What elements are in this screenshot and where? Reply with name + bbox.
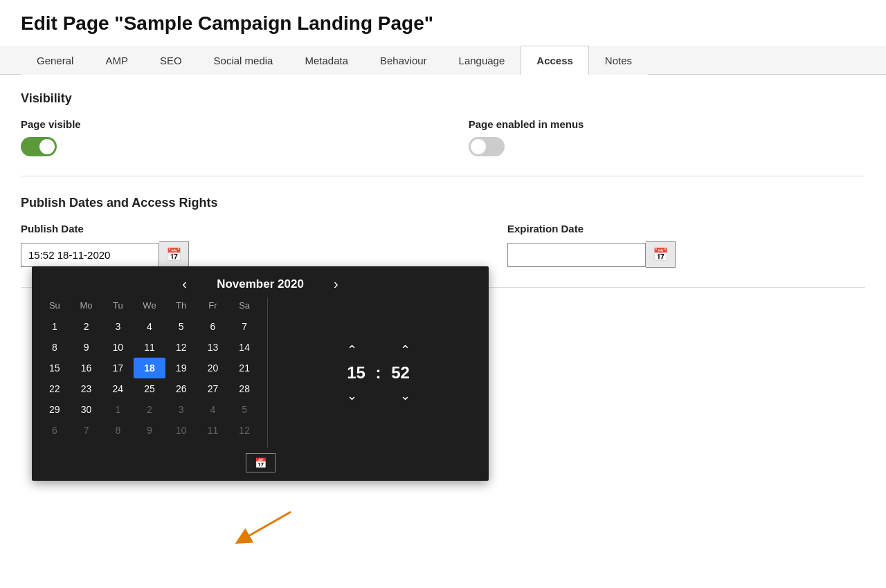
calendar-dow-row: SuMoTuWeThFrSa — [39, 297, 260, 316]
calendar-day[interactable]: 3 — [102, 316, 134, 324]
calendar-day[interactable]: 5 — [165, 316, 197, 324]
calendar-dates: SuMoTuWeThFrSa 1234567891011121314151617… — [32, 297, 267, 324]
page-visible-label: Page visible — [21, 118, 81, 130]
calendar-day[interactable]: 1 — [39, 316, 71, 324]
calendar-dow: Su — [39, 297, 71, 313]
calendar-day[interactable]: 2 — [71, 316, 102, 324]
next-month-button[interactable]: › — [328, 276, 344, 292]
page-enabled-label: Page enabled in menus — [469, 118, 584, 130]
prev-month-button[interactable]: ‹ — [177, 276, 192, 292]
tab-notes[interactable]: Notes — [589, 46, 648, 75]
calendar-dow: Fr — [197, 297, 229, 313]
publish-date-input-wrap: 📅 — [21, 241, 189, 268]
expiration-calendar-button[interactable]: 📅 — [646, 241, 676, 268]
tab-behaviour[interactable]: Behaviour — [364, 46, 443, 75]
tab-social-media[interactable]: Social media — [198, 46, 289, 75]
tab-general[interactable]: General — [21, 46, 89, 75]
publish-date-input[interactable] — [21, 243, 159, 267]
visibility-section: Visibility Page visible Page enabled in … — [21, 91, 865, 176]
calendar-dow: Mo — [71, 297, 102, 313]
expiration-date-label: Expiration Date — [507, 223, 676, 235]
calendar-month-year: November 2020 — [205, 277, 316, 291]
calendar-day[interactable]: 6 — [197, 316, 229, 324]
calendar-days: 1234567891011121314151617181920212223242… — [39, 316, 260, 324]
calendar-popup: ‹ November 2020 › SuMoTuWeThFrSa 1234567… — [32, 266, 489, 324]
visibility-title: Visibility — [21, 91, 865, 106]
publish-calendar-button[interactable]: 📅 — [159, 241, 189, 268]
publish-section-title: Publish Dates and Access Rights — [21, 196, 865, 210]
expiration-date-input[interactable] — [507, 243, 646, 267]
page-visible-toggle[interactable] — [21, 137, 57, 156]
calendar-week-row: 1234567 — [39, 316, 260, 324]
tab-seo[interactable]: SEO — [144, 46, 198, 75]
calendar-dow: Tu — [102, 297, 134, 313]
calendar-dow: Th — [165, 297, 197, 313]
calendar-icon: 📅 — [166, 247, 181, 262]
tabs-bar: GeneralAMPSEOSocial mediaMetadataBehavio… — [0, 46, 886, 75]
page-title: Edit Page "Sample Campaign Landing Page" — [0, 0, 886, 46]
publish-date-label: Publish Date — [21, 223, 189, 235]
calendar-header: ‹ November 2020 › — [32, 266, 489, 297]
calendar-dow: Sa — [228, 297, 260, 313]
calendar-day[interactable]: 7 — [228, 316, 260, 324]
time-picker: ⌃ ⌃ 15 : 52 ⌄ ⌄ — [267, 297, 489, 324]
tab-language[interactable]: Language — [443, 46, 521, 75]
expiration-date-input-wrap: 📅 — [507, 241, 676, 268]
tab-metadata[interactable]: Metadata — [289, 46, 364, 75]
calendar-day[interactable]: 4 — [134, 316, 165, 324]
calendar-dow: We — [134, 297, 165, 313]
tab-amp[interactable]: AMP — [89, 46, 144, 75]
calendar-grid-section: SuMoTuWeThFrSa 1234567891011121314151617… — [32, 297, 489, 324]
page-enabled-toggle[interactable] — [469, 137, 505, 156]
calendar-icon-exp: 📅 — [653, 247, 668, 262]
tab-access[interactable]: Access — [521, 46, 589, 75]
